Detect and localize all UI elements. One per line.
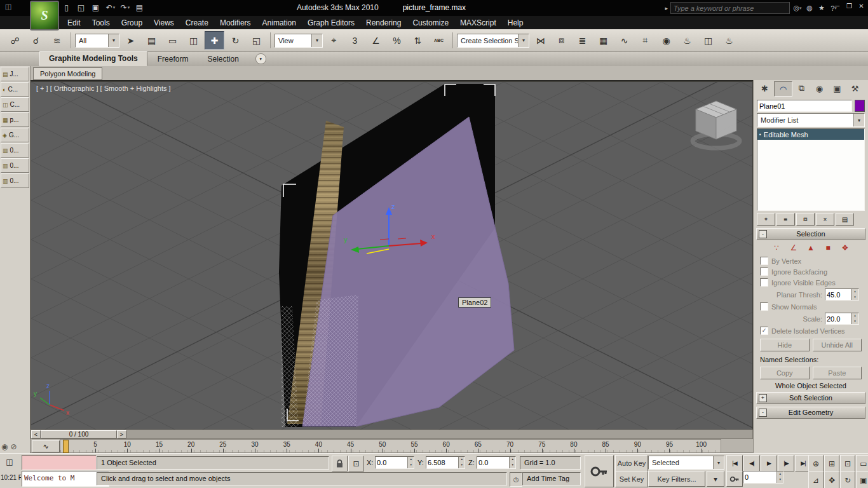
hierarchy-tab-icon[interactable]: ⧉ bbox=[793, 81, 810, 95]
docked-toolbar-item[interactable]: ◈ G... bbox=[1, 128, 29, 142]
expand-icon[interactable]: + bbox=[759, 394, 767, 402]
align-icon[interactable]: ⧈ bbox=[552, 31, 571, 50]
select-and-rotate-icon[interactable]: ↻ bbox=[226, 31, 245, 50]
show-end-result-icon[interactable]: ≡ bbox=[776, 213, 795, 226]
maximize-viewport-toggle-icon[interactable]: ▣ bbox=[856, 471, 868, 488]
object-color-swatch[interactable] bbox=[855, 100, 865, 112]
docked-toolbar-item[interactable]: ▥ 0... bbox=[1, 173, 29, 188]
minimize-icon[interactable]: ─ bbox=[832, 1, 843, 11]
selection-rollout-header[interactable]: - Selection bbox=[756, 228, 865, 240]
polygon-icon[interactable]: ■ bbox=[822, 243, 834, 252]
snaps-toggle-icon[interactable]: 3 bbox=[345, 31, 365, 50]
select-by-name-icon[interactable]: ▤ bbox=[142, 31, 161, 50]
current-frame-field[interactable]: ▴▾ bbox=[743, 471, 783, 484]
ignore-backfacing-checkbox[interactable] bbox=[760, 268, 768, 276]
select-and-uniform-scale-icon[interactable]: ◱ bbox=[247, 31, 266, 50]
bind-to-space-warp-icon[interactable]: ≋ bbox=[47, 31, 67, 50]
named-selection-set-dropdown[interactable]: Create Selection Se▾ bbox=[457, 34, 529, 48]
ribbon-minimize-icon[interactable]: ▾ bbox=[255, 53, 266, 64]
viewport[interactable]: [ + ] [ Orthographic ] [ Smooth + Highli… bbox=[31, 80, 753, 430]
set-key-button[interactable]: Set Key bbox=[615, 471, 648, 487]
render-production-icon[interactable]: ♨ bbox=[719, 31, 739, 50]
mirror-icon[interactable]: ⋈ bbox=[531, 31, 550, 50]
remove-modifier-icon[interactable]: × bbox=[816, 213, 834, 226]
menu-item[interactable]: Create bbox=[180, 18, 214, 27]
viewport-label[interactable]: [ + ] [ Orthographic ] [ Smooth + Highli… bbox=[36, 85, 171, 92]
docked-toolbar-item[interactable]: ▥ 0... bbox=[1, 158, 29, 173]
menu-item[interactable]: Customize bbox=[407, 18, 454, 27]
normals-scale-field[interactable] bbox=[825, 313, 851, 324]
delete-isolated-vertices-checkbox[interactable]: ✓ bbox=[760, 327, 768, 335]
pin-stack-icon[interactable]: ⌖ bbox=[757, 213, 775, 226]
planar-threshold-field[interactable] bbox=[825, 289, 851, 300]
infocenter-search-input[interactable] bbox=[670, 2, 790, 14]
selection-lock-icon[interactable] bbox=[332, 456, 348, 471]
rectangular-selection-region-icon[interactable]: ▭ bbox=[163, 31, 182, 50]
tab-selection[interactable]: Selection bbox=[198, 53, 247, 66]
time-slider-handle[interactable]: 0 / 100 bbox=[41, 430, 117, 438]
next-frame-arrow[interactable]: > bbox=[117, 430, 126, 438]
chevron-down-icon[interactable]: ▾ bbox=[518, 34, 529, 47]
element-icon[interactable]: ❖ bbox=[839, 243, 851, 252]
show-normals-checkbox[interactable] bbox=[760, 302, 768, 311]
add-time-tag-field[interactable]: Add Time Tag bbox=[522, 472, 581, 485]
zoom-extents-icon[interactable]: ⊡ bbox=[840, 455, 855, 472]
next-frame-icon[interactable]: |▶ bbox=[778, 455, 794, 471]
selection-filter-dropdown[interactable]: All▾ bbox=[75, 34, 119, 48]
project-folder-icon[interactable]: ▤ bbox=[133, 1, 146, 13]
chevron-down-icon[interactable]: ▾ bbox=[713, 456, 724, 469]
tab-polygon-modeling[interactable]: Polygon Modeling bbox=[33, 67, 102, 80]
zoom-icon[interactable]: ⊕ bbox=[808, 455, 824, 472]
dock-bottom-icon-1[interactable]: ◉ bbox=[1, 442, 8, 451]
dock-bottom-icon-2[interactable]: ⊘ bbox=[10, 442, 17, 451]
select-object-icon[interactable]: ➤ bbox=[121, 31, 140, 50]
create-tab-icon[interactable]: ✱ bbox=[756, 81, 773, 95]
x-coordinate-field[interactable]: ▴▾ bbox=[375, 456, 414, 469]
docked-toolbar-item[interactable]: ▤ J... bbox=[1, 67, 29, 81]
pan-icon[interactable]: ✥ bbox=[824, 471, 839, 488]
menu-item[interactable]: Rendering bbox=[360, 18, 407, 27]
menu-item[interactable]: MAXScript bbox=[454, 18, 502, 27]
viewport-canvas[interactable]: z x y z x y bbox=[31, 82, 752, 430]
spinner-up-icon[interactable]: ▴ bbox=[851, 313, 858, 319]
menu-item[interactable]: Views bbox=[148, 18, 180, 27]
modifier-stack[interactable]: ▪ Editable Mesh bbox=[757, 128, 865, 211]
select-and-move-icon[interactable]: ✚ bbox=[205, 31, 224, 50]
zoom-region-icon[interactable]: ▭ bbox=[856, 455, 868, 472]
configure-modifier-sets-icon[interactable]: ▤ bbox=[836, 213, 854, 226]
modifier-list-dropdown[interactable]: Modifier List▾ bbox=[757, 113, 865, 127]
previous-frame-arrow[interactable]: < bbox=[31, 430, 41, 438]
menu-item[interactable]: Edit bbox=[62, 18, 86, 27]
absolute-mode-toggle-icon[interactable]: ⊡ bbox=[348, 456, 364, 471]
chevron-down-icon[interactable]: ▾ bbox=[108, 34, 119, 47]
z-coordinate-field[interactable]: ▴▾ bbox=[477, 456, 516, 469]
face-icon[interactable]: ▲ bbox=[804, 243, 817, 252]
key-mode-dropdown[interactable]: Selected▾ bbox=[648, 456, 724, 470]
current-frame-marker[interactable] bbox=[63, 440, 69, 453]
schematic-view-icon[interactable]: ⌗ bbox=[635, 31, 655, 50]
select-and-manipulate-icon[interactable]: ⌖ bbox=[324, 31, 344, 50]
window-crossing-toggle-icon[interactable]: ◫ bbox=[184, 31, 203, 50]
spinner-down-icon[interactable]: ▾ bbox=[851, 319, 858, 325]
new-scene-icon[interactable]: ▯ bbox=[60, 1, 73, 13]
render-setup-icon[interactable]: ♨ bbox=[677, 31, 697, 50]
object-name-field[interactable] bbox=[757, 100, 852, 112]
keyable-toggle-icon[interactable]: ▾ bbox=[707, 471, 724, 487]
zoom-all-icon[interactable]: ⊞ bbox=[824, 455, 839, 472]
edit-geometry-rollout-header[interactable]: - Edit Geometry bbox=[756, 407, 865, 419]
go-to-start-icon[interactable]: |◀ bbox=[726, 455, 743, 471]
spinner-snap-toggle-icon[interactable]: ⇅ bbox=[408, 31, 428, 50]
arc-rotate-icon[interactable]: ↻ bbox=[840, 471, 855, 488]
time-slider[interactable]: < 0 / 100 > bbox=[31, 430, 753, 439]
graphite-toggle-icon[interactable]: ▦ bbox=[593, 31, 613, 50]
communication-center-icon[interactable]: ◍ bbox=[804, 4, 815, 12]
hide-button[interactable]: Hide bbox=[760, 339, 810, 351]
set-key-toggle-icon[interactable] bbox=[585, 455, 614, 487]
tab-graphite-modeling-tools[interactable]: Graphite Modeling Tools bbox=[39, 51, 147, 66]
undo-icon[interactable]: ↶▾ bbox=[104, 1, 117, 13]
spinner-up-icon[interactable]: ▴ bbox=[851, 289, 858, 295]
previous-frame-icon[interactable]: ◀| bbox=[743, 455, 760, 471]
stack-item-editable-mesh[interactable]: ▪ Editable Mesh bbox=[757, 129, 864, 140]
key-mode-toggle-icon[interactable] bbox=[726, 471, 743, 487]
reference-coordinate-dropdown[interactable]: View▾ bbox=[275, 34, 323, 48]
